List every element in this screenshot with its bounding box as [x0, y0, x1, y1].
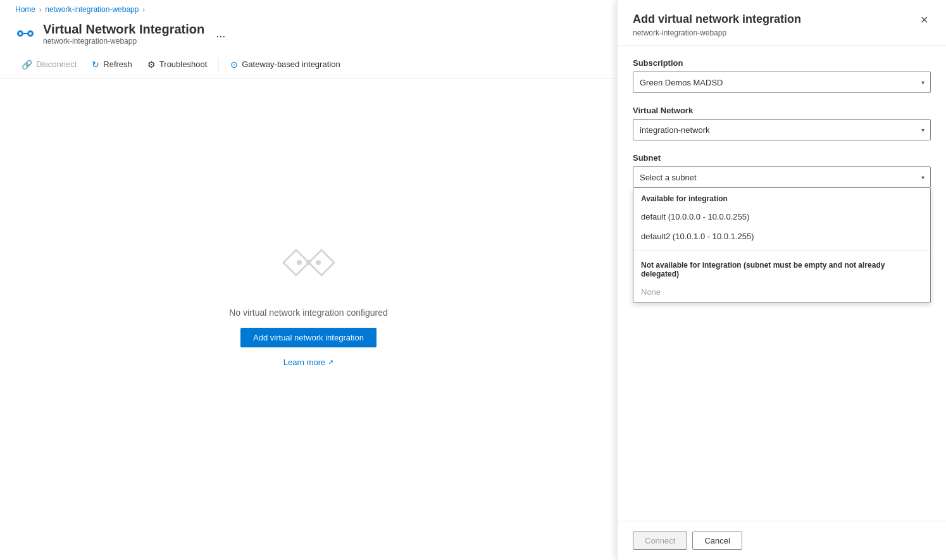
- subnet-field: Select a subnet ▾ Available for integrat…: [633, 166, 931, 188]
- troubleshoot-label: Troubleshoot: [159, 59, 207, 69]
- troubleshoot-button[interactable]: ⚙ Troubleshoot: [141, 53, 213, 76]
- panel-title-group: Add virtual network integration network-…: [633, 13, 801, 37]
- empty-state: No virtual network integration configure…: [0, 78, 617, 560]
- unavailable-group-label: Not available for integration (subnet mu…: [633, 254, 930, 282]
- svg-point-8: [316, 260, 321, 265]
- disconnect-icon: 🔗: [22, 59, 32, 70]
- toolbar: 🔗 Disconnect ↻ Refresh ⚙ Troubleshoot ⊙ …: [0, 51, 617, 78]
- learn-more-link[interactable]: Learn more ↗: [283, 358, 333, 367]
- svg-marker-5: [283, 250, 309, 275]
- subnet-select[interactable]: Select a subnet: [633, 166, 931, 188]
- svg-point-3: [19, 32, 22, 35]
- empty-state-text: No virtual network integration configure…: [229, 308, 388, 318]
- breadcrumb-home[interactable]: Home: [15, 5, 35, 14]
- virtual-network-group: Virtual Network integration-network ▾: [633, 106, 931, 140]
- side-panel: Add virtual network integration network-…: [617, 0, 946, 560]
- breadcrumb-sep2: ›: [142, 6, 144, 13]
- empty-state-icon: [271, 234, 347, 297]
- svg-point-4: [29, 32, 32, 35]
- svg-marker-6: [309, 250, 334, 275]
- subscription-select[interactable]: Green Demos MADSD: [633, 72, 931, 93]
- page-title-group: Virtual Network Integration network-inte…: [43, 22, 204, 46]
- subnet-option-none: None: [633, 282, 930, 302]
- subnet-select-wrapper: Select a subnet ▾: [633, 166, 931, 188]
- page-header: Virtual Network Integration network-inte…: [0, 19, 617, 51]
- subnet-group: Subnet Select a subnet ▾ Available for i…: [633, 153, 931, 188]
- toolbar-separator: [218, 58, 219, 71]
- subnet-label: Subnet: [633, 153, 931, 163]
- panel-title: Add virtual network integration: [633, 13, 801, 26]
- svg-point-7: [306, 260, 311, 265]
- disconnect-label: Disconnect: [36, 59, 77, 69]
- subnet-dropdown: Available for integration default (10.0.…: [633, 188, 931, 302]
- breadcrumb-resource[interactable]: network-integration-webapp: [45, 5, 139, 14]
- panel-close-button[interactable]: ✕: [918, 13, 931, 28]
- dropdown-divider: [633, 250, 930, 251]
- breadcrumb-sep1: ›: [39, 6, 41, 13]
- page-title: Virtual Network Integration: [43, 22, 204, 37]
- svg-point-9: [297, 260, 302, 265]
- virtual-network-label: Virtual Network: [633, 106, 931, 115]
- troubleshoot-icon: ⚙: [147, 59, 156, 70]
- breadcrumb: Home › network-integration-webapp ›: [0, 0, 617, 19]
- gateway-icon: ⊙: [230, 59, 238, 70]
- virtual-network-select-wrapper: integration-network ▾: [633, 119, 931, 140]
- panel-header: Add virtual network integration network-…: [618, 0, 946, 46]
- panel-subtitle: network-integration-webapp: [633, 28, 801, 37]
- page-icon: [15, 23, 35, 44]
- cancel-button[interactable]: Cancel: [692, 532, 742, 550]
- gateway-label: Gateway-based integration: [242, 59, 340, 69]
- page-subtitle: network-integration-webapp: [43, 37, 204, 46]
- subscription-select-wrapper: Green Demos MADSD ▾: [633, 72, 931, 93]
- available-group-label: Available for integration: [633, 188, 930, 207]
- external-link-icon: ↗: [328, 358, 333, 366]
- subnet-option-default[interactable]: default (10.0.0.0 - 10.0.0.255): [633, 207, 930, 227]
- virtual-network-select[interactable]: integration-network: [633, 119, 931, 140]
- more-options-button[interactable]: ...: [212, 26, 229, 42]
- subscription-label: Subscription: [633, 58, 931, 68]
- gateway-integration-button[interactable]: ⊙ Gateway-based integration: [224, 53, 346, 76]
- add-virtual-network-button[interactable]: Add virtual network integration: [240, 328, 377, 347]
- refresh-label: Refresh: [103, 59, 132, 69]
- subnet-option-default2[interactable]: default2 (10.0.1.0 - 10.0.1.255): [633, 227, 930, 246]
- subscription-group: Subscription Green Demos MADSD ▾: [633, 58, 931, 93]
- refresh-button[interactable]: ↻ Refresh: [85, 53, 139, 76]
- connect-button[interactable]: Connect: [633, 532, 687, 550]
- refresh-icon: ↻: [92, 59, 99, 70]
- panel-footer: Connect Cancel: [618, 521, 946, 560]
- panel-body: Subscription Green Demos MADSD ▾ Virtual…: [618, 46, 946, 521]
- learn-more-label: Learn more: [283, 358, 325, 367]
- disconnect-button[interactable]: 🔗 Disconnect: [15, 53, 83, 76]
